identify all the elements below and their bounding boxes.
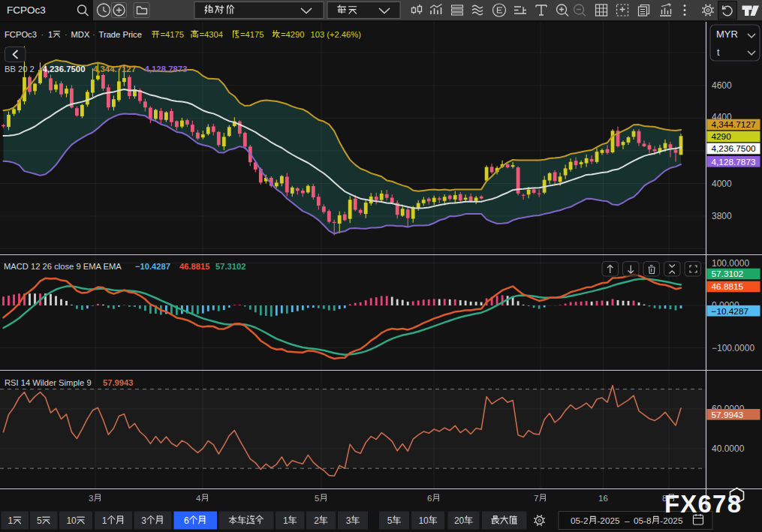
svg-text:5: 5 [387,515,393,526]
svg-text:4,128.7873: 4,128.7873 [145,65,188,74]
svg-text:-2025: -2025 [597,515,620,526]
svg-text:=4290: =4290 [281,30,304,39]
svg-text:4000: 4000 [712,179,732,189]
svg-text:MYR: MYR [716,29,738,40]
svg-text:3: 3 [141,515,146,526]
svg-text:57.3102: 57.3102 [215,262,245,271]
svg-text:t: t [717,47,720,58]
svg-text:2: 2 [314,515,319,526]
svg-text:05-8: 05-8 [634,515,652,526]
svg-text:BB 20 2: BB 20 2 [5,65,35,74]
svg-text:0: 0 [71,515,77,526]
svg-text:·: · [41,30,44,39]
svg-text:0: 0 [459,515,465,526]
svg-text:6: 6 [427,494,432,503]
svg-text:0: 0 [423,515,429,526]
svg-text:=4304: =4304 [200,30,223,39]
svg-text:MDX: MDX [71,30,90,39]
svg-text:1: 1 [283,515,288,526]
svg-text:40.0000: 40.0000 [712,443,745,454]
svg-text:16: 16 [598,494,608,503]
svg-text:3: 3 [346,515,351,526]
svg-text:4,344.7127: 4,344.7127 [712,119,756,130]
svg-text:05-2: 05-2 [571,515,589,526]
svg-text:5: 5 [37,515,42,526]
svg-text:4,236.7500: 4,236.7500 [43,65,86,74]
svg-text:FCPOc3: FCPOc3 [7,5,46,16]
svg-text:4600: 4600 [712,80,732,91]
svg-text:RSI 14 Wilder Simple 9: RSI 14 Wilder Simple 9 [5,378,92,387]
svg-text:−10.4287: −10.4287 [712,306,749,317]
svg-text:=4175: =4175 [240,30,264,39]
svg-text:−10.4287: −10.4287 [135,262,170,271]
svg-text:Trade Price: Trade Price [99,30,142,39]
svg-text:4: 4 [196,494,201,503]
svg-text:=4175: =4175 [161,30,184,39]
svg-text:57.9943: 57.9943 [712,410,744,420]
svg-text:1: 1 [8,515,14,526]
svg-text:5: 5 [315,494,319,503]
svg-text:MACD 12 26 close 9 EMA EMA: MACD 12 26 close 9 EMA EMA [4,262,122,271]
svg-text:1: 1 [48,30,53,39]
svg-text:100.0000: 100.0000 [712,258,749,269]
svg-text:–: – [625,515,630,526]
svg-text:46.8815: 46.8815 [179,262,209,271]
svg-text:57.9943: 57.9943 [103,378,133,387]
svg-text:4290: 4290 [712,131,732,142]
svg-text:−100.0000: −100.0000 [712,343,754,353]
svg-text:3800: 3800 [712,211,732,221]
svg-text:·: · [92,30,95,39]
svg-text:1: 1 [102,515,107,526]
svg-text:4,128.7873: 4,128.7873 [712,157,756,167]
svg-text:4,236.7500: 4,236.7500 [712,143,756,154]
svg-text:57.3102: 57.3102 [712,269,744,279]
svg-text:FCPOc3: FCPOc3 [5,30,37,39]
svg-text:103 (+2.46%): 103 (+2.46%) [311,30,362,39]
svg-text:·: · [65,30,68,39]
svg-text:4,344.7127: 4,344.7127 [93,65,136,74]
svg-text:7: 7 [534,494,538,503]
svg-text:3: 3 [89,494,93,503]
svg-text:46.8815: 46.8815 [712,281,744,292]
svg-text:6: 6 [184,515,189,526]
